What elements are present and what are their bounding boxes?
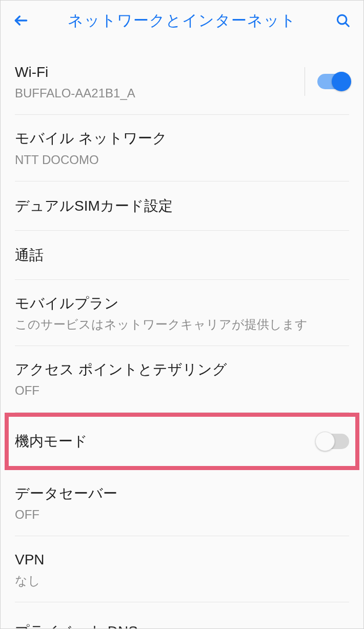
hotspot-item[interactable]: アクセス ポイントとテザリング OFF: [15, 346, 349, 412]
back-icon[interactable]: [10, 9, 32, 32]
page-title: ネットワークとインターネット: [32, 10, 332, 31]
toggle-knob: [332, 72, 351, 91]
mobile-network-subtitle: NTT DOCOMO: [15, 152, 349, 168]
airplane-mode-text: 機内モード: [15, 431, 317, 451]
vpn-subtitle: なし: [15, 573, 349, 589]
vpn-item[interactable]: VPN なし: [15, 536, 349, 602]
hotspot-text: アクセス ポイントとテザリング OFF: [15, 359, 349, 398]
call-text: 通話: [15, 245, 349, 265]
mobile-plan-title: モバイルプラン: [15, 293, 349, 313]
vpn-text: VPN なし: [15, 550, 349, 589]
call-title: 通話: [15, 245, 349, 265]
airplane-mode-title: 機内モード: [15, 431, 317, 451]
dual-sim-title: デュアルSIMカード設定: [15, 196, 349, 216]
mobile-plan-item[interactable]: モバイルプラン このサービスはネットワークキャリアが提供します: [15, 280, 349, 346]
vpn-title: VPN: [15, 550, 349, 570]
mobile-network-title: モバイル ネットワーク: [15, 128, 349, 148]
airplane-highlight: 機内モード: [5, 413, 359, 470]
data-saver-item[interactable]: データセーバー OFF: [15, 470, 349, 536]
wifi-title: Wi-Fi: [15, 62, 305, 82]
wifi-toggle[interactable]: [317, 74, 349, 89]
dual-sim-item[interactable]: デュアルSIMカード設定: [15, 181, 349, 231]
airplane-mode-toggle[interactable]: [317, 434, 349, 449]
wifi-item[interactable]: Wi-Fi BUFFALO-AA21B1_A: [15, 40, 349, 115]
data-saver-subtitle: OFF: [15, 506, 349, 522]
wifi-subtitle: BUFFALO-AA21B1_A: [15, 85, 305, 101]
private-dns-title: プライベート DNS: [15, 621, 349, 629]
toggle-knob: [315, 432, 335, 451]
hotspot-title: アクセス ポイントとテザリング: [15, 359, 349, 379]
separator: [305, 67, 305, 96]
search-icon[interactable]: [332, 9, 354, 32]
mobile-network-item[interactable]: モバイル ネットワーク NTT DOCOMO: [15, 115, 349, 181]
wifi-text: Wi-Fi BUFFALO-AA21B1_A: [15, 62, 305, 101]
data-saver-text: データセーバー OFF: [15, 483, 349, 522]
settings-list: Wi-Fi BUFFALO-AA21B1_A モバイル ネットワーク NTT D…: [1, 40, 363, 629]
airplane-mode-item[interactable]: 機内モード: [15, 417, 349, 466]
mobile-network-text: モバイル ネットワーク NTT DOCOMO: [15, 128, 349, 167]
hotspot-subtitle: OFF: [15, 382, 349, 398]
data-saver-title: データセーバー: [15, 483, 349, 503]
private-dns-text: プライベート DNS: [15, 621, 349, 629]
mobile-plan-subtitle: このサービスはネットワークキャリアが提供します: [15, 316, 349, 332]
call-item[interactable]: 通話: [15, 231, 349, 280]
dual-sim-text: デュアルSIMカード設定: [15, 196, 349, 216]
app-header: ネットワークとインターネット: [1, 1, 363, 40]
private-dns-item[interactable]: プライベート DNS: [15, 602, 349, 629]
svg-line-2: [345, 23, 349, 26]
mobile-plan-text: モバイルプラン このサービスはネットワークキャリアが提供します: [15, 293, 349, 332]
